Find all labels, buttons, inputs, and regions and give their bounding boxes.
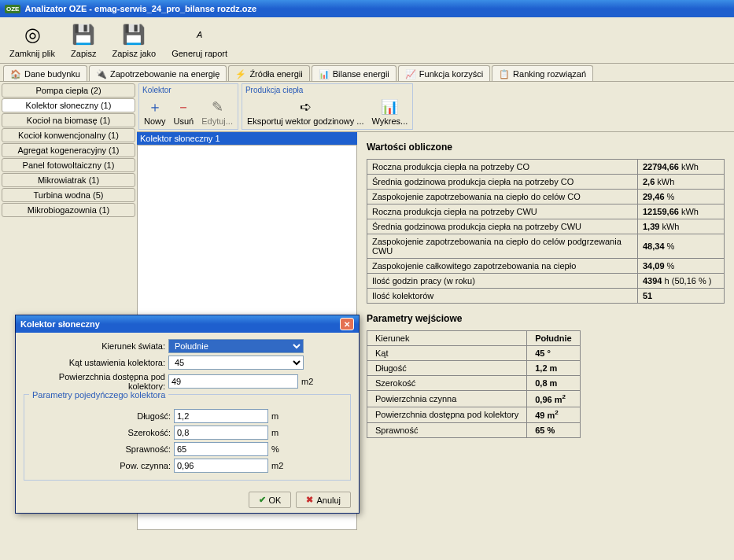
table-row: Powierzchnia dostępna pod kolektory49 m2 <box>367 407 581 423</box>
function-icon: 📈 <box>405 69 416 79</box>
params-title: Parametry wejściowe <box>367 313 725 324</box>
table-row: Roczna produkcja ciepła na potrzeby CO22… <box>367 160 725 175</box>
generate-report-button[interactable]: A Generuj raport <box>168 20 231 60</box>
ribbon-group-produkcja: Produkcja ciepła ➪Eksportuj wektor godzi… <box>242 83 413 130</box>
chart-icon: 📊 <box>380 98 399 116</box>
sidebar-item[interactable]: Kolektor słoneczny (1) <box>2 98 135 112</box>
params-table: KierunekPołudnieKąt45 °Długość1,2 mSzero… <box>367 330 581 438</box>
length-input[interactable] <box>174 409 268 423</box>
sidebar-item[interactable]: Kocioł na biomasę (1) <box>2 113 135 127</box>
tab-funkcja[interactable]: 📈Funkcja korzyści <box>398 65 490 81</box>
main-tabs: 🏠Dane budynku 🔌Zapotrzebowanie na energi… <box>0 64 734 82</box>
table-row: Zaspokojenie zapotrzebowania na ciepło d… <box>367 190 725 204</box>
app-logo: OZE <box>5 5 20 13</box>
width-input[interactable] <box>174 426 268 440</box>
angle-select[interactable]: 45 <box>168 356 304 370</box>
delete-button[interactable]: －Usuń <box>172 96 196 127</box>
table-row: Kąt45 ° <box>367 346 581 361</box>
report-icon: A <box>187 22 212 47</box>
sidebar-item[interactable]: Turbina wodna (5) <box>2 188 135 202</box>
table-row: Powierzchnia czynna0,96 m2 <box>367 391 581 407</box>
house-icon: 🏠 <box>10 69 21 79</box>
save-button[interactable]: 💾 Zapisz <box>68 20 99 60</box>
window-title: Analizator OZE - emag-serwis_24_pro_bila… <box>24 4 256 13</box>
table-row: Zaspokojenie zapotrzebowania na ciepło d… <box>367 234 725 259</box>
table-row: Zaspokojenie całkowitego zapotrzebowania… <box>367 259 725 274</box>
sidebar-item[interactable]: Panel fotowoltaiczny (1) <box>2 158 135 172</box>
edit-icon: ✎ <box>208 98 227 116</box>
edit-button: ✎Edytuj... <box>200 96 234 127</box>
area-available-input[interactable] <box>168 374 298 389</box>
ribbon-group-kolektor: Kolektor ＋Nowy －Usuń ✎Edytuj... <box>138 83 238 130</box>
save-as-button[interactable]: 💾 Zapisz jako <box>109 20 159 60</box>
area-available-label: Powierzchnia dostępna pod kolektory: <box>24 372 165 391</box>
direction-select[interactable]: Południe <box>168 339 304 353</box>
unit-label: m2 <box>301 377 317 386</box>
single-collector-fieldset: Parametry pojedyńczego kolektora Długość… <box>24 394 351 481</box>
ribbon: Kolektor ＋Nowy －Usuń ✎Edytuj... Produkcj… <box>137 82 734 132</box>
close-file-button[interactable]: ◎ Zamknij plik <box>6 20 58 60</box>
new-button[interactable]: ＋Nowy <box>142 96 168 127</box>
table-row: Długość1,2 m <box>367 361 581 376</box>
main-toolbar: ◎ Zamknij plik 💾 Zapisz 💾 Zapisz jako A … <box>0 17 734 64</box>
table-row: Ilość godzin pracy (w roku)4394 h (50,16… <box>367 274 725 289</box>
table-row: Szerokość0,8 m <box>367 376 581 391</box>
angle-label: Kąt ustawienia kolektora: <box>24 358 165 367</box>
close-icon[interactable]: ✕ <box>340 318 354 330</box>
minus-icon: － <box>174 98 193 116</box>
tab-dane-budynku[interactable]: 🏠Dane budynku <box>3 65 87 81</box>
table-row: Roczna produkcja ciepła na potrzeby CWU1… <box>367 204 725 219</box>
direction-label: Kierunek świata: <box>24 341 165 351</box>
balance-icon: 📊 <box>319 69 330 79</box>
plus-icon: ＋ <box>146 98 164 116</box>
cancel-button[interactable]: ✖Anuluj <box>296 492 351 508</box>
list-selected-item[interactable]: Kolektor słoneczny 1 <box>137 132 357 145</box>
ok-button[interactable]: ✔OK <box>249 492 292 508</box>
table-row: KierunekPołudnie <box>367 331 581 346</box>
sidebar-item[interactable]: Kocioł konwencjonalny (1) <box>2 128 135 142</box>
collector-dialog: Kolektor słoneczny ✕ Kierunek świata: Po… <box>15 315 360 514</box>
calc-table: Roczna produkcja ciepła na potrzeby CO22… <box>367 159 725 304</box>
sidebar-item[interactable]: Agregat kogeneracyjny (1) <box>2 143 135 157</box>
fieldset-legend: Parametry pojedyńczego kolektora <box>29 390 168 400</box>
detail-pane: Wartości obliczone Roczna produkcja ciep… <box>357 132 734 560</box>
tab-zapotrzebowanie[interactable]: 🔌Zapotrzebowanie na energię <box>89 65 227 81</box>
plug-icon: 🔌 <box>96 69 107 79</box>
table-row: Ilość kolektorów51 <box>367 289 725 304</box>
x-icon: ✖ <box>306 495 313 505</box>
title-bar: OZE Analizator OZE - emag-serwis_24_pro_… <box>0 0 734 17</box>
ranking-icon: 📋 <box>499 69 510 79</box>
table-row: Średnia godzinowa produkcja ciepła na po… <box>367 219 725 234</box>
dialog-title-bar[interactable]: Kolektor słoneczny ✕ <box>16 315 359 333</box>
tab-zrodla-energii[interactable]: ⚡Źródła energii <box>228 65 309 81</box>
calc-title: Wartości obliczone <box>367 142 725 153</box>
save-icon: 💾 <box>71 22 96 47</box>
sidebar-item[interactable]: Mikrowiatrak (1) <box>2 173 135 187</box>
power-icon: ◎ <box>20 22 45 47</box>
check-icon: ✔ <box>259 495 266 505</box>
save-as-icon: 💾 <box>121 22 146 47</box>
export-icon: ➪ <box>296 98 315 116</box>
energy-icon: ⚡ <box>235 69 246 79</box>
active-area-input[interactable] <box>174 459 268 473</box>
efficiency-input[interactable] <box>174 442 268 456</box>
export-button[interactable]: ➪Eksportuj wektor godzinowy ... <box>245 96 366 127</box>
table-row: Średnia godzinowa produkcja ciepła na po… <box>367 175 725 190</box>
sidebar-item[interactable]: Mikrobiogazownia (1) <box>2 203 135 217</box>
sidebar-item[interactable]: Pompa ciepła (2) <box>2 83 135 98</box>
chart-button[interactable]: 📊Wykres... <box>371 96 410 127</box>
table-row: Sprawność65 % <box>367 423 581 438</box>
tab-bilanse[interactable]: 📊Bilanse energii <box>312 65 397 81</box>
tab-ranking[interactable]: 📋Ranking rozwiązań <box>492 65 593 81</box>
